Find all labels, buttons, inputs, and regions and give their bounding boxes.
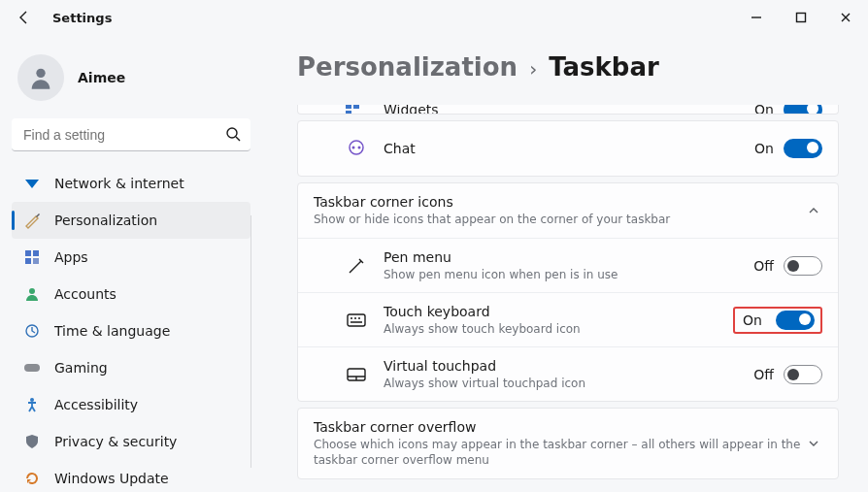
- update-icon: [23, 470, 41, 487]
- touch-keyboard-toggle[interactable]: [776, 311, 815, 330]
- row-pen-menu[interactable]: Pen menu Show pen menu icon when pen is …: [298, 238, 838, 292]
- sidebar-item-personalization[interactable]: Personalization: [12, 202, 250, 239]
- titlebar: Settings: [0, 0, 868, 35]
- sidebar-item-gaming[interactable]: Gaming: [12, 349, 250, 386]
- chat-toggle[interactable]: [784, 139, 822, 158]
- sidebar-item-label: Personalization: [54, 213, 157, 228]
- row-title: Virtual touchpad: [384, 357, 753, 376]
- sidebar-item-apps[interactable]: Apps: [12, 239, 250, 276]
- user-name: Aimee: [78, 70, 125, 85]
- row-desc: Always show touch keyboard icon: [384, 321, 733, 337]
- virtual-touchpad-toggle[interactable]: [784, 365, 822, 384]
- svg-point-15: [352, 147, 355, 149]
- sidebar-item-time-language[interactable]: Time & language: [12, 312, 250, 349]
- apps-icon: [23, 248, 41, 266]
- accessibility-icon: [23, 396, 41, 413]
- svg-point-16: [358, 147, 361, 149]
- svg-point-10: [30, 398, 34, 402]
- toggle-state: On: [743, 312, 762, 328]
- svg-rect-4: [33, 250, 39, 256]
- svg-rect-13: [346, 111, 351, 115]
- row-virtual-touchpad[interactable]: Virtual touchpad Always show virtual tou…: [298, 346, 838, 401]
- svg-rect-5: [25, 258, 31, 264]
- keyboard-icon: [345, 313, 368, 327]
- page-title: Taskbar: [549, 52, 659, 82]
- svg-point-1: [36, 69, 45, 78]
- profile[interactable]: Aimee: [12, 45, 250, 118]
- search-icon: [225, 126, 241, 142]
- sidebar-item-privacy[interactable]: Privacy & security: [12, 423, 250, 460]
- group-desc: Show or hide icons that appear on the co…: [314, 212, 805, 227]
- svg-point-14: [350, 141, 363, 154]
- widgets-toggle[interactable]: [784, 105, 822, 115]
- sidebar-item-network[interactable]: Network & internet: [12, 165, 250, 202]
- sidebar-item-label: Windows Update: [54, 471, 169, 486]
- sidebar-item-label: Accounts: [54, 286, 117, 302]
- sidebar-item-update[interactable]: Windows Update: [12, 460, 250, 492]
- group-title: Taskbar corner overflow: [314, 418, 805, 437]
- search-box[interactable]: [12, 118, 250, 151]
- globe-clock-icon: [23, 322, 41, 340]
- pen-icon: [345, 257, 368, 275]
- chevron-up-icon: [805, 204, 822, 217]
- sidebar-item-label: Gaming: [54, 360, 108, 376]
- svg-point-7: [29, 288, 35, 294]
- pen-toggle[interactable]: [784, 256, 822, 276]
- toggle-state: Off: [753, 258, 774, 274]
- scrollbar-track[interactable]: [250, 215, 251, 468]
- chevron-down-icon: [805, 437, 822, 450]
- close-button[interactable]: [823, 0, 868, 35]
- svg-rect-17: [348, 314, 365, 326]
- main-content: Personalization › Taskbar Widgets On Cha…: [262, 35, 868, 492]
- chat-icon: [345, 140, 368, 157]
- sidebar-item-label: Network & internet: [54, 176, 184, 191]
- row-widgets[interactable]: Widgets On: [297, 105, 839, 115]
- group-corner-overflow[interactable]: Taskbar corner overflow Choose which ico…: [297, 408, 839, 478]
- svg-point-2: [227, 128, 237, 138]
- shield-icon: [23, 433, 41, 450]
- sidebar-item-label: Time & language: [54, 323, 170, 339]
- breadcrumb: Personalization › Taskbar: [297, 52, 839, 82]
- back-button[interactable]: [10, 3, 39, 32]
- breadcrumb-parent[interactable]: Personalization: [297, 52, 517, 82]
- row-title: Chat: [384, 140, 754, 158]
- row-desc: Show pen menu icon when pen is in use: [384, 267, 753, 282]
- chevron-right-icon: ›: [529, 57, 537, 81]
- sidebar: Aimee Network & internet: [0, 35, 262, 492]
- brush-icon: [23, 212, 41, 229]
- touchpad-icon: [345, 368, 368, 381]
- sidebar-item-label: Apps: [54, 249, 88, 265]
- svg-rect-9: [24, 364, 40, 372]
- sidebar-item-label: Privacy & security: [54, 434, 177, 449]
- wifi-icon: [23, 175, 41, 192]
- sidebar-item-accounts[interactable]: Accounts: [12, 276, 250, 312]
- row-desc: Always show virtual touchpad icon: [384, 376, 753, 391]
- sidebar-item-label: Accessibility: [54, 397, 138, 412]
- toggle-state: On: [754, 141, 774, 156]
- svg-rect-0: [797, 14, 806, 22]
- group-header-corner-icons[interactable]: Taskbar corner icons Show or hide icons …: [298, 183, 838, 238]
- row-title: Pen menu: [384, 248, 753, 267]
- highlight-box: On: [733, 307, 822, 334]
- person-icon: [23, 285, 41, 303]
- toggle-state: Off: [753, 367, 774, 382]
- group-title: Taskbar corner icons: [314, 193, 805, 212]
- svg-rect-12: [353, 105, 359, 109]
- row-chat[interactable]: Chat On: [297, 120, 839, 177]
- sidebar-item-accessibility[interactable]: Accessibility: [12, 386, 250, 423]
- row-title: Widgets: [384, 105, 439, 115]
- svg-rect-6: [33, 258, 39, 264]
- svg-rect-3: [25, 250, 31, 256]
- row-touch-keyboard[interactable]: Touch keyboard Always show touch keyboar…: [298, 292, 838, 346]
- row-title: Touch keyboard: [384, 303, 733, 321]
- widgets-icon: [345, 105, 368, 115]
- app-title: Settings: [39, 11, 112, 25]
- maximize-button[interactable]: [779, 0, 823, 35]
- nav: Network & internet Personalization Apps: [12, 165, 250, 492]
- group-desc: Choose which icons may appear in the tas…: [314, 437, 805, 468]
- minimize-button[interactable]: [734, 0, 779, 35]
- svg-rect-11: [346, 105, 351, 109]
- toggle-state: On: [754, 105, 774, 115]
- avatar: [17, 54, 64, 101]
- search-input[interactable]: [12, 118, 250, 151]
